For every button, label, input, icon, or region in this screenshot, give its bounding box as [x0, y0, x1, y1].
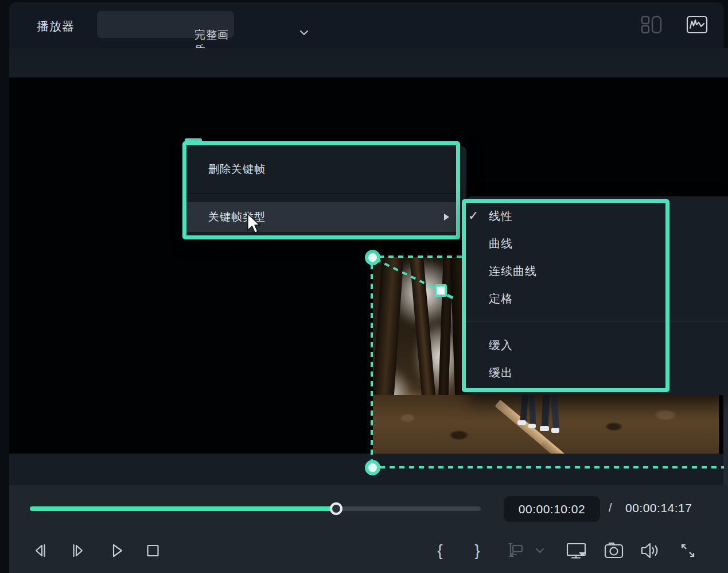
total-duration: 00:00:14:17	[625, 501, 692, 515]
current-time: 00:00:10:02	[519, 502, 585, 516]
marker-chevron-icon[interactable]	[532, 544, 547, 557]
next-frame-button[interactable]	[68, 540, 88, 561]
selection-border-bottom	[380, 466, 724, 469]
fullscreen-button[interactable]	[678, 540, 698, 561]
layout-grid-icon[interactable]	[639, 14, 664, 36]
preview-margin-top	[9, 48, 728, 78]
cursor-pointer	[246, 213, 262, 235]
selection-border-left	[371, 264, 373, 464]
progress-fill	[30, 506, 336, 511]
previous-frame-button[interactable]	[30, 540, 50, 561]
submenu-arrow-icon	[444, 214, 449, 220]
adjacent-panel-edge	[723, 395, 728, 485]
time-separator: /	[609, 501, 612, 514]
menu-item-keyframe-type[interactable]: 关键帧类型	[186, 202, 456, 232]
current-time-box[interactable]: 00:00:10:02	[504, 496, 600, 522]
progress-bar[interactable]	[30, 506, 481, 511]
mark-in-button[interactable]: {	[431, 540, 449, 561]
snapshot-camera-button[interactable]	[602, 540, 625, 561]
menu-item-delete-keyframe[interactable]: 删除关键帧	[186, 145, 456, 193]
stop-button[interactable]	[142, 540, 163, 561]
player-window: 播放器 完整画质	[0, 0, 728, 573]
mark-out-button[interactable]: }	[469, 540, 486, 561]
player-header: 播放器 完整画质	[9, 2, 724, 48]
context-menu: 删除关键帧 关键帧类型	[182, 141, 460, 239]
marker-jump-button[interactable]	[504, 540, 527, 561]
menu-item-label: 删除关键帧	[208, 162, 266, 177]
waveform-scope-icon[interactable]	[685, 14, 709, 36]
keyframe-handle-top-left[interactable]	[365, 250, 380, 265]
display-output-button[interactable]	[564, 540, 589, 561]
submenu-highlight-border	[462, 199, 669, 392]
keyframe-handle-mid[interactable]	[434, 284, 447, 297]
quality-dropdown[interactable]: 完整画质	[97, 11, 234, 38]
selection-border-top	[379, 255, 464, 258]
keyframe-handle-bottom-left[interactable]	[365, 460, 380, 475]
chevron-down-icon	[299, 29, 309, 37]
volume-button[interactable]	[638, 540, 663, 561]
page-title: 播放器	[37, 18, 75, 34]
play-button[interactable]	[107, 540, 127, 561]
